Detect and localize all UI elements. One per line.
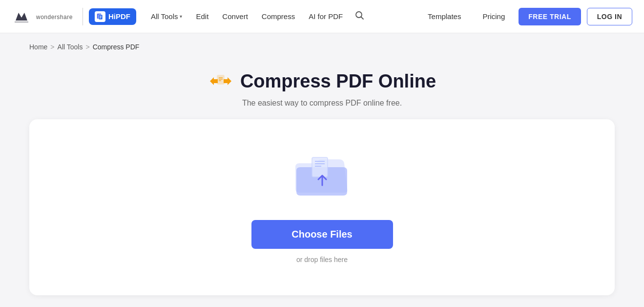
hipdf-label: HiPDF: [108, 12, 130, 21]
breadcrumb: Home > All Tools > Compress PDF: [29, 33, 615, 59]
folder-illustration: [291, 149, 354, 204]
page-title-area: Compress PDF Online The easiest way to c…: [29, 68, 615, 108]
hipdf-badge[interactable]: HiPDF: [89, 8, 136, 25]
page-title: Compress PDF Online: [240, 71, 436, 92]
breadcrumb-sep2: >: [85, 43, 89, 51]
nav-edit[interactable]: Edit: [190, 8, 214, 24]
nav-compress[interactable]: Compress: [256, 8, 301, 24]
page-subtitle: The easiest way to compress PDF online f…: [29, 99, 615, 108]
compress-pdf-icon: [208, 68, 233, 94]
nav-templates[interactable]: Templates: [420, 8, 469, 24]
nav-all-tools[interactable]: All Tools ▾: [145, 8, 188, 24]
main-content: Home > All Tools > Compress PDF: [0, 33, 644, 295]
header-divider: [83, 8, 83, 25]
free-trial-button[interactable]: FREE TRIAL: [519, 8, 581, 25]
breadcrumb-current: Compress PDF: [93, 43, 140, 51]
svg-rect-12: [312, 157, 328, 177]
search-icon[interactable]: [351, 6, 368, 26]
breadcrumb-sep1: >: [50, 43, 54, 51]
nav-ai-for-pdf[interactable]: AI for PDF: [303, 8, 349, 24]
all-tools-chevron-icon: ▾: [180, 14, 182, 19]
page-title-row: Compress PDF Online: [29, 68, 615, 94]
wondershare-wordmark: wondershare: [36, 14, 73, 21]
dropzone-card[interactable]: Choose Files or drop files here: [29, 119, 615, 295]
svg-rect-0: [12, 7, 31, 26]
drop-hint: or drop files here: [296, 256, 348, 263]
choose-files-button[interactable]: Choose Files: [251, 220, 393, 249]
main-nav: All Tools ▾ Edit Convert Compress AI for…: [145, 6, 420, 26]
breadcrumb-home[interactable]: Home: [29, 43, 47, 51]
logo-area[interactable]: wondershare: [12, 7, 73, 26]
header-right: Templates Pricing FREE TRIAL LOG IN: [420, 8, 632, 25]
svg-line-7: [361, 17, 364, 20]
svg-rect-8: [217, 75, 224, 84]
hipdf-badge-icon: [95, 11, 105, 22]
nav-convert[interactable]: Convert: [216, 8, 254, 24]
nav-pricing[interactable]: Pricing: [475, 8, 513, 24]
wondershare-logo-icon: [12, 7, 31, 26]
header: wondershare HiPDF All Tools ▾ Edit Conve…: [0, 0, 644, 33]
login-button[interactable]: LOG IN: [587, 8, 632, 25]
breadcrumb-all-tools[interactable]: All Tools: [58, 43, 83, 51]
